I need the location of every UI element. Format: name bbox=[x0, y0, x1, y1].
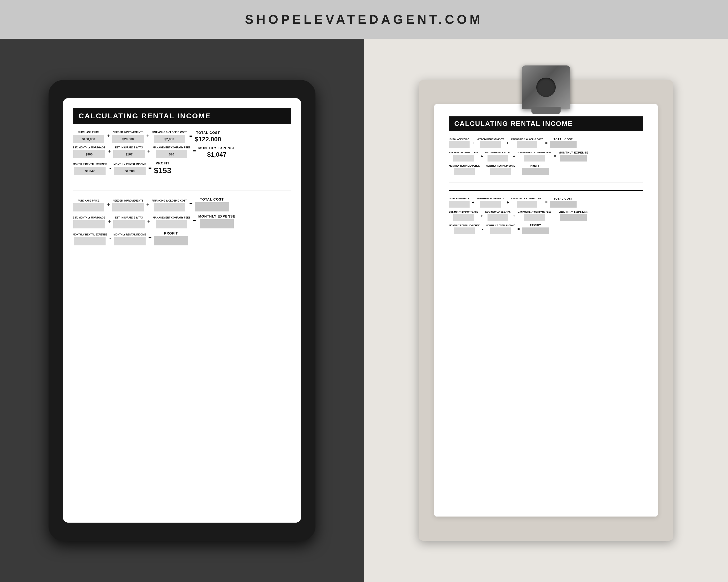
cb-row1: PURCHASE PRICE + NEEDED IMPROVEMENTS + F… bbox=[449, 138, 643, 148]
cb2-mortgage-label: EST. MONTHLY MORTGAGE bbox=[449, 211, 478, 213]
tablet-blank-row2: EST. MONTHLY MORTGAGE + EST. INSURANCE &… bbox=[73, 214, 291, 228]
blank-rent-inc-box bbox=[114, 237, 146, 245]
equals-op3: = bbox=[149, 165, 152, 173]
cb-total-box bbox=[550, 141, 577, 148]
cb2-financing-group: FINANCING & CLOSING COST bbox=[511, 197, 543, 207]
blank-improvements-box bbox=[112, 203, 144, 212]
cb2-plus3: + bbox=[481, 214, 483, 219]
blank-profit-col: PROFIT bbox=[154, 231, 188, 245]
cb-rent-inc-label: MONTHLY RENTAL INCOME bbox=[486, 165, 515, 167]
blank-purchase-label: PURCHASE PRICE bbox=[78, 199, 99, 202]
cb-profit-box bbox=[522, 168, 549, 175]
insurance-tax-label: EST. INSURANCE & TAX bbox=[115, 146, 143, 149]
blank-equals3: = bbox=[149, 235, 152, 244]
clipboard-section1: PURCHASE PRICE + NEEDED IMPROVEMENTS + F… bbox=[449, 138, 643, 183]
cb-insurance-label: EST. INSURANCE & TAX bbox=[485, 151, 511, 154]
cb-monthly-exp-box bbox=[560, 155, 587, 162]
tablet-row1: PURCHASE PRICE $100,000 + NEEDED IMPROVE… bbox=[73, 131, 291, 143]
rental-expense-value: $1,047 bbox=[74, 167, 106, 175]
cb2-rent-exp-group: MONTHLY RENTAL EXPENSE bbox=[449, 224, 480, 234]
cb2-financing-box bbox=[517, 201, 537, 207]
rental-expense-group: MONTHLY RENTAL EXPENSE $1,047 bbox=[73, 163, 107, 175]
profit-col: PROFIT $153 bbox=[154, 161, 171, 175]
total-cost-col: TOTAL COST $122,000 bbox=[195, 131, 221, 143]
cb2-profit-box bbox=[522, 227, 549, 234]
blank-rent-exp-box bbox=[74, 237, 106, 245]
cb-monthly-exp-col: MONTHLY EXPENSE bbox=[558, 151, 589, 162]
cb2-improvements-group: NEEDED IMPROVEMENTS bbox=[476, 197, 504, 207]
cb2-monthly-exp-col: MONTHLY EXPENSE bbox=[558, 211, 589, 221]
cb2-plus4: + bbox=[513, 214, 515, 219]
cb2-row1: PURCHASE PRICE + NEEDED IMPROVEMENTS + F… bbox=[449, 197, 643, 207]
cb2-insurance-label: EST. INSURANCE & TAX bbox=[485, 211, 511, 213]
cb2-minus1: - bbox=[482, 227, 484, 233]
cb-mortgage-label: EST. MONTHLY MORTGAGE bbox=[449, 151, 478, 154]
cb2-rent-inc-group: MONTHLY RENTAL INCOME bbox=[486, 224, 515, 234]
cb2-insurance-group: EST. INSURANCE & TAX bbox=[485, 211, 511, 221]
tablet-section1: PURCHASE PRICE $100,000 + NEEDED IMPROVE… bbox=[73, 131, 291, 183]
blank-minus1: - bbox=[109, 235, 111, 244]
cb2-profit-col: PROFIT bbox=[522, 224, 549, 234]
blank-financing-box bbox=[154, 203, 185, 212]
clipboard-section2: PURCHASE PRICE + NEEDED IMPROVEMENTS + F… bbox=[449, 197, 643, 242]
cb2-plus1: + bbox=[472, 200, 474, 206]
cb2-purchase-box bbox=[449, 201, 470, 207]
cb-plus1: + bbox=[472, 141, 474, 147]
rental-income-label: MONTHLY RENTAL INCOME bbox=[113, 163, 146, 166]
cb2-equals3: = bbox=[517, 227, 520, 233]
blank-financing-label: FINANCING & CLOSING COST bbox=[152, 199, 187, 202]
cb-rent-exp-box bbox=[454, 168, 475, 175]
cb2-equals2: = bbox=[554, 214, 556, 219]
blank-rent-exp-group: MONTHLY RENTAL EXPENSE bbox=[73, 233, 107, 245]
blank-insurance-box bbox=[113, 220, 145, 228]
cb-plus4: + bbox=[513, 154, 515, 160]
blank-plus3: + bbox=[108, 218, 111, 226]
blank-monthly-exp-col: MONTHLY EXPENSE bbox=[198, 214, 235, 228]
cb-mortgage-group: EST. MONTHLY MORTGAGE bbox=[449, 151, 478, 162]
blank-insurance-label: EST. INSURANCE & TAX bbox=[115, 216, 143, 219]
cb2-rent-exp-box bbox=[454, 227, 475, 234]
blank-improvements-group: NEEDED IMPROVEMENTS bbox=[112, 199, 144, 212]
total-cost-label: TOTAL COST bbox=[196, 131, 220, 135]
cb2-rent-inc-label: MONTHLY RENTAL INCOME bbox=[486, 224, 515, 227]
blank-mortgage-group: EST. MONTHLY MORTGAGE bbox=[73, 216, 105, 228]
clipboard-clip bbox=[522, 65, 570, 109]
cb2-mgmt-label: MANAGEMENT COMPANY FEES bbox=[518, 211, 551, 213]
blank-total-col: TOTAL COST bbox=[195, 197, 229, 212]
blank-purchase-group: PURCHASE PRICE bbox=[73, 199, 104, 212]
total-cost-value: $122,000 bbox=[195, 136, 221, 143]
purchase-price-label: PURCHASE PRICE bbox=[78, 131, 99, 134]
site-title: SHOPELEVATEDAGENT.COM bbox=[245, 12, 483, 27]
cb2-financing-label: FINANCING & CLOSING COST bbox=[511, 197, 543, 200]
cb2-total-col: TOTAL COST bbox=[550, 197, 577, 207]
cb-rent-exp-label: MONTHLY RENTAL EXPENSE bbox=[449, 165, 480, 167]
blank-monthly-exp-box bbox=[200, 219, 234, 228]
mgmt-fees-value: $80 bbox=[156, 150, 187, 158]
cb-financing-group: FINANCING & CLOSING COST bbox=[511, 138, 543, 148]
left-panel: CALCULATING RENTAL INCOME PURCHASE PRICE… bbox=[0, 39, 364, 582]
blank-rent-exp-label: MONTHLY RENTAL EXPENSE bbox=[73, 233, 107, 236]
financing-label: FINANCING & CLOSING COST bbox=[152, 131, 187, 134]
rental-income-group: MONTHLY RENTAL INCOME $1,200 bbox=[113, 163, 146, 175]
cb2-equals1: = bbox=[545, 200, 547, 206]
cb-improvements-group: NEEDED IMPROVEMENTS bbox=[476, 138, 504, 148]
cb2-monthly-exp-label: MONTHLY EXPENSE bbox=[558, 211, 589, 213]
cb-insurance-group: EST. INSURANCE & TAX bbox=[485, 151, 511, 162]
site-header: SHOPELEVATEDAGENT.COM bbox=[0, 0, 728, 39]
cb2-insurance-box bbox=[488, 214, 508, 221]
blank-rent-inc-group: MONTHLY RENTAL INCOME bbox=[113, 233, 146, 245]
cb-rent-inc-box bbox=[490, 168, 511, 175]
cb-improvements-label: NEEDED IMPROVEMENTS bbox=[476, 138, 504, 141]
cb2-mgmt-box bbox=[524, 214, 545, 221]
cb-financing-box bbox=[517, 141, 537, 148]
clipboard-paper: CALCULATING RENTAL INCOME PURCHASE PRICE… bbox=[434, 104, 658, 517]
monthly-expense-value: $1,047 bbox=[207, 151, 227, 158]
cb2-row3: MONTHLY RENTAL EXPENSE - MONTHLY RENTAL … bbox=[449, 224, 643, 234]
right-panel: CALCULATING RENTAL INCOME PURCHASE PRICE… bbox=[364, 39, 728, 582]
cb2-row2: EST. MONTHLY MORTGAGE + EST. INSURANCE &… bbox=[449, 211, 643, 221]
cb-profit-col: PROFIT bbox=[522, 164, 549, 175]
mgmt-fees-label: MANAGEMENT COMPANY FEES bbox=[153, 146, 190, 149]
cb-profit-label: PROFIT bbox=[530, 164, 541, 167]
cb-plus2: + bbox=[506, 141, 509, 147]
tablet-device: CALCULATING RENTAL INCOME PURCHASE PRICE… bbox=[49, 80, 315, 541]
